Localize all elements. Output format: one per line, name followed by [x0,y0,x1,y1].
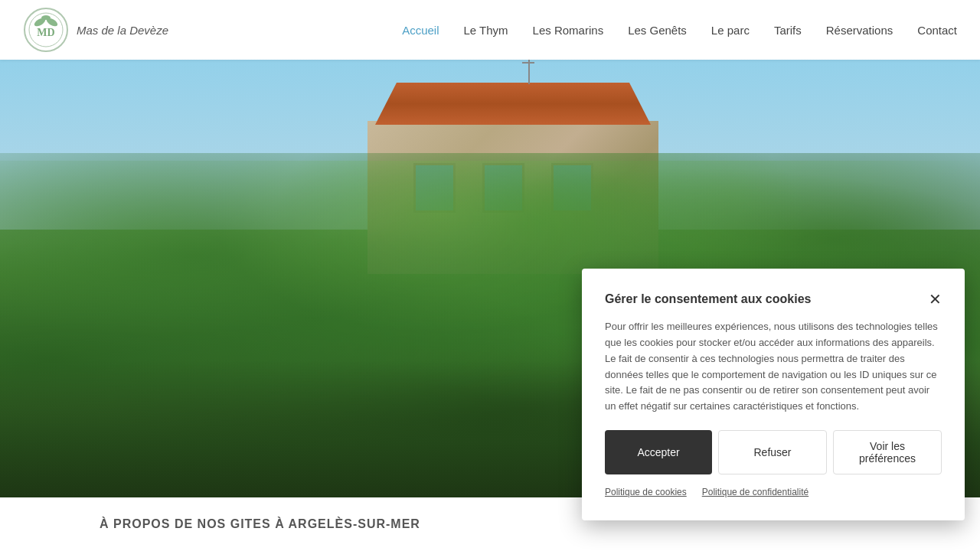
cookie-actions: Accepter Refuser Voir les préférences [605,430,942,474]
nav-thym[interactable]: Le Thym [464,24,508,37]
nav-parc[interactable]: Le parc [711,24,750,37]
cookie-policy-links: Politique de cookies Politique de confid… [605,487,942,497]
svg-text:MD: MD [37,27,54,38]
svg-point-4 [41,15,51,20]
nav-accueil[interactable]: Accueil [402,24,439,37]
cookie-privacy-link[interactable]: Politique de confidentialité [702,487,808,497]
site-header: MD Mas de la Devèze Accueil Le Thym Les … [0,0,980,60]
nav-genets[interactable]: Les Genêts [628,24,687,37]
bottom-heading: À PROPOS DE NOS GITES À ARGELÈS-SUR-MER [100,517,420,531]
cookie-policy-link[interactable]: Politique de cookies [605,487,687,497]
main-nav: Accueil Le Thym Les Romarins Les Genêts … [402,24,957,37]
cookie-title: Gérer le consentement aux cookies [605,292,811,306]
logo-icon: MD [23,7,69,53]
cookie-body-text: Pour offrir les meilleures expériences, … [605,319,942,415]
site-name: Mas de la Devèze [77,24,168,37]
cookie-header: Gérer le consentement aux cookies ✕ [605,292,942,307]
cookie-dialog: Gérer le consentement aux cookies ✕ Pour… [582,269,965,520]
logo-link[interactable]: MD Mas de la Devèze [23,7,168,53]
nav-tarifs[interactable]: Tarifs [774,24,802,37]
nav-contact[interactable]: Contact [917,24,957,37]
cookie-close-button[interactable]: ✕ [929,292,942,307]
cookie-refuse-button[interactable]: Refuser [718,430,827,474]
nav-romarins[interactable]: Les Romarins [533,24,604,37]
cookie-accept-button[interactable]: Accepter [605,430,712,474]
nav-reservations[interactable]: Réservations [826,24,893,37]
cookie-prefs-button[interactable]: Voir les préférences [833,430,942,474]
